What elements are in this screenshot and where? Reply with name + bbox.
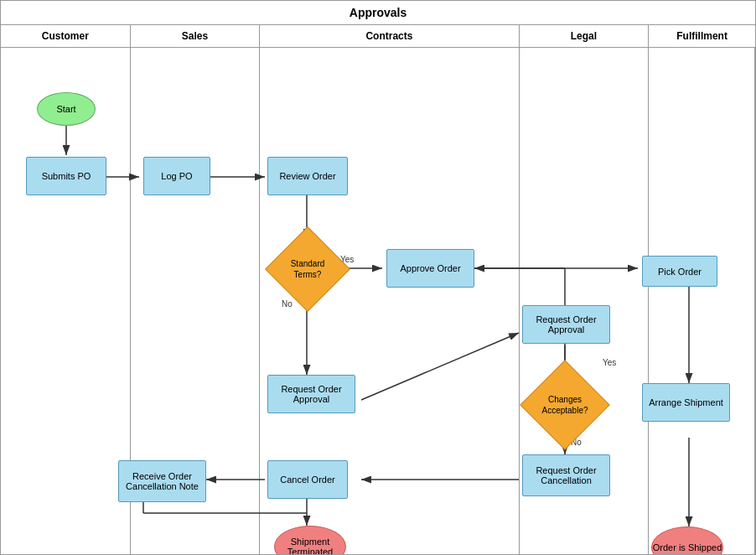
diagram-container: Approvals Customer Sales Contracts Legal… — [0, 0, 756, 555]
node-submits-po: Submits PO — [26, 157, 106, 195]
node-review-order: Review Order — [267, 157, 348, 195]
diagram-title: Approvals — [1, 1, 755, 25]
lane-header-legal: Legal — [520, 25, 650, 47]
node-receive-cancellation: Receive Order Cancellation Note — [118, 460, 206, 502]
lane-header-contracts: Contracts — [260, 25, 519, 47]
node-request-approval-contracts: Request Order Approval — [267, 375, 355, 413]
swimlane-headers: Customer Sales Contracts Legal Fulfillme… — [1, 25, 755, 48]
swimlane-body: Yes No Yes No Start Submits PO Log PO Re… — [1, 48, 755, 555]
lane-header-fulfillment: Fulfillment — [649, 25, 755, 47]
node-changes-acceptable: ChangesAcceptable? — [533, 373, 597, 437]
node-log-po: Log PO — [143, 157, 210, 195]
label-yes2: Yes — [603, 358, 616, 367]
lane-header-sales: Sales — [131, 25, 261, 47]
node-pick-order: Pick Order — [642, 256, 717, 287]
node-start: Start — [37, 92, 96, 126]
label-no1: No — [282, 299, 293, 309]
node-approve-order: Approve Order — [386, 249, 474, 288]
node-request-order-cancellation: Request Order Cancellation — [522, 454, 610, 496]
node-standard-terms: StandardTerms? — [277, 239, 338, 299]
lane-fulfillment — [649, 48, 755, 555]
node-cancel-order: Cancel Order — [267, 460, 348, 499]
node-arrange-shipment: Arrange Shipment — [642, 383, 730, 422]
node-request-approval-legal: Request Order Approval — [522, 305, 610, 344]
lane-header-customer: Customer — [1, 25, 131, 47]
